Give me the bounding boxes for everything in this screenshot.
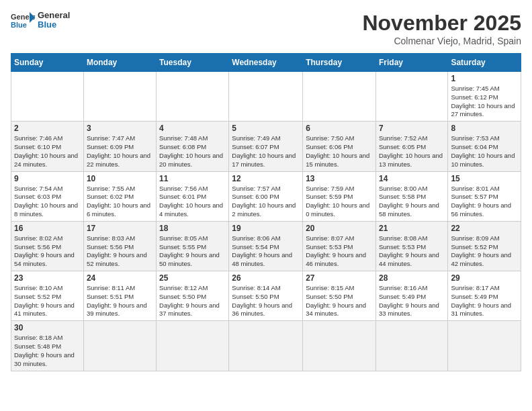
cell-info: Sunrise: 7:45 AM Sunset: 6:12 PM Dayligh…	[451, 85, 518, 119]
cell-info: Sunrise: 7:55 AM Sunset: 6:02 PM Dayligh…	[87, 185, 153, 219]
svg-text:Blue: Blue	[11, 21, 27, 29]
weekday-header-wednesday: Wednesday	[229, 54, 303, 72]
calendar-cell: 27Sunrise: 8:15 AM Sunset: 5:50 PM Dayli…	[303, 271, 376, 321]
day-number: 6	[306, 124, 373, 133]
week-row-1: 1Sunrise: 7:45 AM Sunset: 6:12 PM Daylig…	[11, 72, 521, 122]
calendar-cell: 1Sunrise: 7:45 AM Sunset: 6:12 PM Daylig…	[448, 72, 521, 122]
week-row-5: 23Sunrise: 8:10 AM Sunset: 5:52 PM Dayli…	[11, 271, 521, 321]
cell-info: Sunrise: 7:49 AM Sunset: 6:07 PM Dayligh…	[232, 134, 300, 169]
cell-info: Sunrise: 8:01 AM Sunset: 5:57 PM Dayligh…	[451, 185, 518, 219]
cell-info: Sunrise: 8:03 AM Sunset: 5:56 PM Dayligh…	[87, 234, 153, 269]
day-number: 26	[232, 273, 300, 283]
calendar: SundayMondayTuesdayWednesdayThursdayFrid…	[11, 53, 521, 371]
calendar-cell: 25Sunrise: 8:12 AM Sunset: 5:50 PM Dayli…	[157, 271, 229, 321]
day-number: 9	[14, 174, 81, 183]
calendar-cell: 11Sunrise: 7:56 AM Sunset: 6:01 PM Dayli…	[157, 171, 229, 221]
day-number: 10	[87, 174, 153, 183]
calendar-cell: 16Sunrise: 8:02 AM Sunset: 5:56 PM Dayli…	[11, 221, 84, 271]
logo: General Blue General Blue	[11, 11, 70, 30]
cell-info: Sunrise: 7:48 AM Sunset: 6:08 PM Dayligh…	[159, 134, 226, 169]
calendar-cell	[11, 72, 84, 122]
weekday-header-thursday: Thursday	[303, 54, 376, 72]
week-row-3: 9Sunrise: 7:54 AM Sunset: 6:03 PM Daylig…	[11, 171, 521, 221]
day-number: 25	[159, 273, 226, 283]
calendar-cell	[375, 321, 447, 371]
calendar-cell: 24Sunrise: 8:11 AM Sunset: 5:51 PM Dayli…	[83, 271, 156, 321]
cell-info: Sunrise: 8:11 AM Sunset: 5:51 PM Dayligh…	[87, 284, 153, 318]
weekday-header-sunday: Sunday	[11, 54, 84, 72]
day-number: 15	[451, 174, 518, 183]
calendar-cell	[157, 321, 229, 371]
calendar-cell: 12Sunrise: 7:57 AM Sunset: 6:00 PM Dayli…	[229, 171, 303, 221]
cell-info: Sunrise: 8:07 AM Sunset: 5:53 PM Dayligh…	[306, 234, 373, 269]
calendar-cell: 29Sunrise: 8:17 AM Sunset: 5:49 PM Dayli…	[448, 271, 521, 321]
day-number: 7	[379, 124, 445, 133]
calendar-cell: 5Sunrise: 7:49 AM Sunset: 6:07 PM Daylig…	[229, 122, 303, 171]
logo-icon: General Blue	[11, 11, 35, 30]
calendar-cell: 19Sunrise: 8:06 AM Sunset: 5:54 PM Dayli…	[229, 221, 303, 271]
calendar-cell	[303, 72, 376, 122]
logo-blue-text: Blue	[38, 20, 70, 30]
day-number: 13	[306, 174, 373, 183]
cell-info: Sunrise: 8:17 AM Sunset: 5:49 PM Dayligh…	[451, 284, 518, 318]
day-number: 17	[87, 224, 153, 233]
calendar-cell	[83, 321, 156, 371]
calendar-cell: 28Sunrise: 8:16 AM Sunset: 5:49 PM Dayli…	[375, 271, 447, 321]
location: Colmenar Viejo, Madrid, Spain	[362, 36, 521, 46]
day-number: 21	[379, 224, 445, 233]
cell-info: Sunrise: 8:12 AM Sunset: 5:50 PM Dayligh…	[159, 284, 226, 318]
day-number: 3	[87, 124, 153, 133]
calendar-cell: 7Sunrise: 7:52 AM Sunset: 6:05 PM Daylig…	[375, 122, 447, 171]
cell-info: Sunrise: 7:54 AM Sunset: 6:03 PM Dayligh…	[14, 185, 81, 219]
cell-info: Sunrise: 7:57 AM Sunset: 6:00 PM Dayligh…	[232, 185, 300, 219]
day-number: 23	[14, 273, 81, 283]
calendar-cell	[303, 321, 376, 371]
cell-info: Sunrise: 8:09 AM Sunset: 5:52 PM Dayligh…	[451, 234, 518, 269]
day-number: 24	[87, 273, 153, 283]
cell-info: Sunrise: 7:47 AM Sunset: 6:09 PM Dayligh…	[87, 134, 153, 169]
calendar-cell: 17Sunrise: 8:03 AM Sunset: 5:56 PM Dayli…	[83, 221, 156, 271]
day-number: 27	[306, 273, 373, 283]
day-number: 29	[451, 273, 518, 283]
title-area: November 2025 Colmenar Viejo, Madrid, Sp…	[362, 11, 521, 46]
day-number: 28	[379, 273, 445, 283]
cell-info: Sunrise: 8:00 AM Sunset: 5:58 PM Dayligh…	[379, 185, 445, 219]
calendar-cell: 21Sunrise: 8:08 AM Sunset: 5:53 PM Dayli…	[375, 221, 447, 271]
day-number: 1	[451, 74, 518, 83]
logo-general-text: General	[38, 11, 70, 20]
cell-info: Sunrise: 8:15 AM Sunset: 5:50 PM Dayligh…	[306, 284, 373, 318]
weekday-header-friday: Friday	[375, 54, 447, 72]
cell-info: Sunrise: 8:02 AM Sunset: 5:56 PM Dayligh…	[14, 234, 81, 269]
calendar-cell: 2Sunrise: 7:46 AM Sunset: 6:10 PM Daylig…	[11, 122, 84, 171]
cell-info: Sunrise: 8:08 AM Sunset: 5:53 PM Dayligh…	[379, 234, 445, 269]
weekday-header-tuesday: Tuesday	[157, 54, 229, 72]
calendar-cell	[375, 72, 447, 122]
calendar-cell	[448, 321, 521, 371]
calendar-cell	[229, 321, 303, 371]
weekday-header-monday: Monday	[83, 54, 156, 72]
calendar-cell	[157, 72, 229, 122]
cell-info: Sunrise: 8:05 AM Sunset: 5:55 PM Dayligh…	[159, 234, 226, 269]
calendar-cell	[83, 72, 156, 122]
header: General Blue General Blue November 2025 …	[11, 11, 521, 46]
cell-info: Sunrise: 7:59 AM Sunset: 5:59 PM Dayligh…	[306, 185, 373, 219]
calendar-cell: 20Sunrise: 8:07 AM Sunset: 5:53 PM Dayli…	[303, 221, 376, 271]
day-number: 20	[306, 224, 373, 233]
calendar-cell	[229, 72, 303, 122]
calendar-cell: 4Sunrise: 7:48 AM Sunset: 6:08 PM Daylig…	[157, 122, 229, 171]
calendar-cell: 18Sunrise: 8:05 AM Sunset: 5:55 PM Dayli…	[157, 221, 229, 271]
weekday-header-row: SundayMondayTuesdayWednesdayThursdayFrid…	[11, 54, 521, 72]
weekday-header-saturday: Saturday	[448, 54, 521, 72]
cell-info: Sunrise: 7:46 AM Sunset: 6:10 PM Dayligh…	[14, 134, 81, 169]
day-number: 30	[14, 323, 81, 332]
day-number: 2	[14, 124, 81, 133]
calendar-cell: 22Sunrise: 8:09 AM Sunset: 5:52 PM Dayli…	[448, 221, 521, 271]
cell-info: Sunrise: 8:10 AM Sunset: 5:52 PM Dayligh…	[14, 284, 81, 318]
cell-info: Sunrise: 7:52 AM Sunset: 6:05 PM Dayligh…	[379, 134, 445, 169]
day-number: 8	[451, 124, 518, 133]
month-title: November 2025	[362, 11, 521, 36]
calendar-cell: 15Sunrise: 8:01 AM Sunset: 5:57 PM Dayli…	[448, 171, 521, 221]
cell-info: Sunrise: 7:50 AM Sunset: 6:06 PM Dayligh…	[306, 134, 373, 169]
calendar-cell: 14Sunrise: 8:00 AM Sunset: 5:58 PM Dayli…	[375, 171, 447, 221]
calendar-cell: 8Sunrise: 7:53 AM Sunset: 6:04 PM Daylig…	[448, 122, 521, 171]
